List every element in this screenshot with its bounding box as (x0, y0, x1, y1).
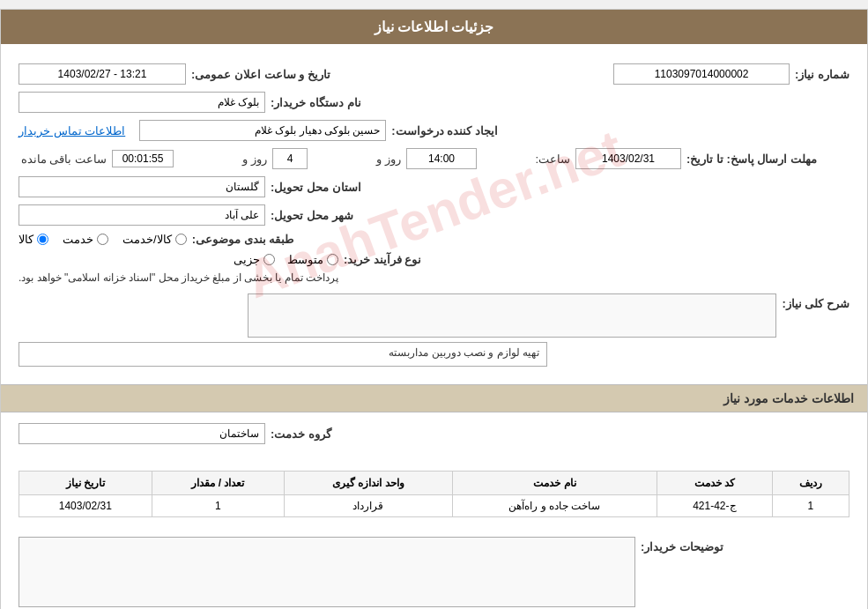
buyer-desc-wrap (19, 537, 635, 609)
description-wrap (19, 293, 776, 340)
process-radio-group: متوسط جزیی (19, 253, 338, 266)
main-content: AnahTender.net شماره نیاز: تاریخ و ساعت … (1, 44, 867, 384)
process-label: نوع فرآیند خرید: (344, 253, 422, 266)
category-label: طبقه بندی موضوعی: (192, 233, 294, 246)
remaining-label: ساعت باقی مانده (19, 152, 107, 166)
category-kala-khidmat-label: کالا/خدمت (122, 233, 172, 246)
service-group-label: گروه خدمت: (271, 427, 331, 441)
process-small-label: جزیی (234, 253, 260, 266)
days-label: روز و (313, 152, 401, 166)
province-label: استان محل تحویل: (271, 181, 361, 194)
services-section-header: اطلاعات خدمات مورد نیاز (1, 384, 867, 412)
description-display: تهیه لوازم و نصب دوربین مداربسته (19, 342, 547, 367)
days-input (272, 148, 308, 169)
description-textarea[interactable] (248, 293, 776, 338)
col-service-code: کد خدمت (657, 472, 772, 495)
city-label: شهر محل تحویل: (271, 209, 353, 222)
cell-row-num: 1 (772, 495, 849, 517)
buyer-desc-label: توضیحات خریدار: (641, 537, 723, 553)
description-label: شرح کلی نیاز: (782, 293, 849, 310)
deadline-time-label: ساعت: (482, 152, 570, 166)
cell-unit: قرارداد (285, 495, 453, 517)
process-description: پرداخت تمام یا بخشی از مبلغ خریداز محل "… (19, 270, 338, 286)
process-radio-small[interactable] (263, 254, 275, 265)
services-table-section: ردیف کد خدمت نام خدمت واحد اندازه گیری ت… (1, 462, 867, 526)
col-service-name: نام خدمت (452, 472, 657, 495)
creator-label: ایجاد کننده درخواست: (391, 124, 498, 137)
process-radio-medium[interactable] (327, 254, 338, 265)
category-kala-khidmat: کالا/خدمت (122, 233, 187, 246)
process-small: جزیی (234, 253, 275, 266)
buyer-org-input (19, 92, 265, 113)
process-medium: متوسط (287, 253, 338, 266)
page-wrapper: جزئیات اطلاعات نیاز AnahTender.net شماره… (0, 9, 868, 609)
remaining-time: 00:01:55 (112, 150, 174, 167)
cell-service-name: ساخت جاده و راه‌آهن (452, 495, 657, 517)
col-date: تاریخ نیاز (19, 472, 152, 495)
category-radio-kala-khidmat[interactable] (175, 234, 187, 245)
deadline-date-input (575, 148, 681, 169)
category-khidmat-label: خدمت (63, 233, 93, 246)
request-number-input (613, 63, 790, 85)
category-radio-khidmat[interactable] (97, 234, 108, 245)
col-quantity: تعداد / مقدار (152, 472, 284, 495)
deadline-time-input (406, 148, 477, 169)
category-kala-label: کالا (19, 233, 33, 246)
services-table: ردیف کد خدمت نام خدمت واحد اندازه گیری ت… (19, 471, 849, 517)
cell-service-code: ج-42-421 (657, 495, 772, 517)
services-title: اطلاعات خدمات مورد نیاز (723, 391, 854, 405)
category-kala: کالا (19, 233, 48, 246)
category-radio-kala[interactable] (37, 234, 48, 245)
buyer-desc-textarea[interactable] (19, 537, 635, 607)
days-unit: روز و (179, 152, 267, 166)
col-unit: واحد اندازه گیری (285, 472, 453, 495)
city-input (19, 204, 265, 226)
category-radio-group: کالا/خدمت خدمت کالا (19, 233, 187, 246)
buyer-desc-area: توضیحات خریدار: (1, 526, 867, 609)
creator-input (139, 120, 386, 141)
page-header: جزئیات اطلاعات نیاز (1, 10, 867, 44)
announce-datetime-input (19, 63, 186, 85)
service-group-input (19, 423, 265, 444)
contact-link[interactable]: اطلاعات تماس خریدار (19, 124, 125, 137)
cell-date: 1403/02/31 (19, 495, 152, 517)
cell-quantity: 1 (152, 495, 284, 517)
services-content: گروه خدمت: (1, 412, 867, 462)
page-title: جزئیات اطلاعات نیاز (375, 19, 494, 34)
deadline-label: مهلت ارسال پاسخ: تا تاریخ: (686, 152, 817, 166)
table-row: 1 ج-42-421 ساخت جاده و راه‌آهن قرارداد 1… (19, 495, 849, 517)
process-medium-label: متوسط (287, 253, 323, 266)
category-khidmat: خدمت (63, 233, 108, 246)
col-row-num: ردیف (772, 472, 849, 495)
request-number-label: شماره نیاز: (795, 68, 849, 81)
announce-datetime-label: تاریخ و ساعت اعلان عمومی: (191, 68, 330, 81)
buyer-org-label: نام دستگاه خریدار: (271, 96, 361, 109)
province-input (19, 176, 265, 197)
